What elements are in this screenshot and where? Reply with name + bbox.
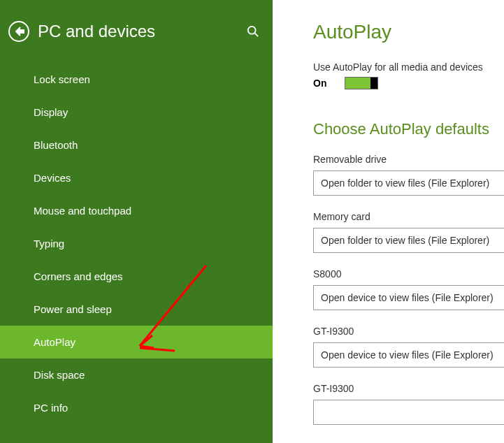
setting-label: GT-I9300 xyxy=(313,383,504,394)
sidebar-item-label: Devices xyxy=(34,172,71,184)
sidebar-list: Lock screenDisplayBluetoothDevicesMouse … xyxy=(0,63,273,443)
setting-group: GT-I9300Open device to view files (File … xyxy=(313,326,504,368)
toggle-state-text: On xyxy=(313,78,326,89)
sidebar-item-power-and-sleep[interactable]: Power and sleep xyxy=(0,293,273,326)
setting-group: Memory cardOpen folder to view files (Fi… xyxy=(313,211,504,253)
sidebar-item-typing[interactable]: Typing xyxy=(0,227,273,260)
setting-group: Removable driveOpen folder to view files… xyxy=(313,154,504,196)
sidebar-item-label: Corners and edges xyxy=(34,270,123,282)
svg-point-1 xyxy=(248,27,256,34)
sidebar-item-autoplay[interactable]: AutoPlay xyxy=(0,326,273,358)
settings-list: Removable driveOpen folder to view files… xyxy=(313,154,504,425)
setting-label: GT-I9300 xyxy=(313,326,504,337)
setting-group: S8000Open device to view files (File Exp… xyxy=(313,268,504,310)
sidebar-item-label: Bluetooth xyxy=(34,139,78,151)
sidebar-item-label: Mouse and touchpad xyxy=(34,205,131,217)
sidebar-item-disk-space[interactable]: Disk space xyxy=(0,358,273,391)
arrow-left-icon xyxy=(13,26,24,37)
search-icon xyxy=(247,25,259,38)
autoplay-toggle[interactable] xyxy=(345,77,378,89)
sidebar-item-label: Typing xyxy=(34,238,64,249)
sidebar-item-label: Lock screen xyxy=(34,73,90,85)
sidebar-item-display[interactable]: Display xyxy=(0,96,273,129)
sidebar: PC and devices Lock screenDisplayBluetoo… xyxy=(0,0,273,443)
toggle-label: Use AutoPlay for all media and devices xyxy=(313,61,504,73)
back-button[interactable] xyxy=(8,21,29,42)
setting-select[interactable]: Open device to view files (File Explorer… xyxy=(313,342,504,368)
setting-group: GT-I9300 xyxy=(313,383,504,425)
toggle-row: On xyxy=(313,77,504,89)
svg-line-2 xyxy=(255,34,259,37)
sidebar-item-label: Power and sleep xyxy=(34,303,112,315)
setting-select[interactable] xyxy=(313,400,504,425)
setting-select[interactable]: Open device to view files (File Explorer… xyxy=(313,285,504,310)
section-title: Choose AutoPlay defaults xyxy=(313,120,504,138)
sidebar-item-bluetooth[interactable]: Bluetooth xyxy=(0,129,273,161)
sidebar-item-lock-screen[interactable]: Lock screen xyxy=(0,63,273,96)
setting-select[interactable]: Open folder to view files (File Explorer… xyxy=(313,228,504,253)
setting-label: S8000 xyxy=(313,268,504,279)
page-title: AutoPlay xyxy=(313,21,504,43)
sidebar-title: PC and devices xyxy=(38,22,236,41)
search-button[interactable] xyxy=(245,23,261,40)
setting-label: Memory card xyxy=(313,211,504,222)
sidebar-item-label: Display xyxy=(34,106,68,118)
sidebar-item-pc-info[interactable]: PC info xyxy=(0,391,273,424)
sidebar-item-devices[interactable]: Devices xyxy=(0,161,273,194)
sidebar-item-label: PC info xyxy=(34,402,68,414)
sidebar-header: PC and devices xyxy=(0,0,273,63)
setting-select[interactable]: Open folder to view files (File Explorer… xyxy=(313,170,504,196)
sidebar-item-label: AutoPlay xyxy=(34,336,75,348)
toggle-thumb xyxy=(370,78,377,89)
sidebar-item-corners-and-edges[interactable]: Corners and edges xyxy=(0,260,273,293)
sidebar-item-mouse-and-touchpad[interactable]: Mouse and touchpad xyxy=(0,194,273,227)
sidebar-item-label: Disk space xyxy=(34,369,85,381)
setting-label: Removable drive xyxy=(313,154,504,165)
content-panel: AutoPlay Use AutoPlay for all media and … xyxy=(273,0,504,443)
